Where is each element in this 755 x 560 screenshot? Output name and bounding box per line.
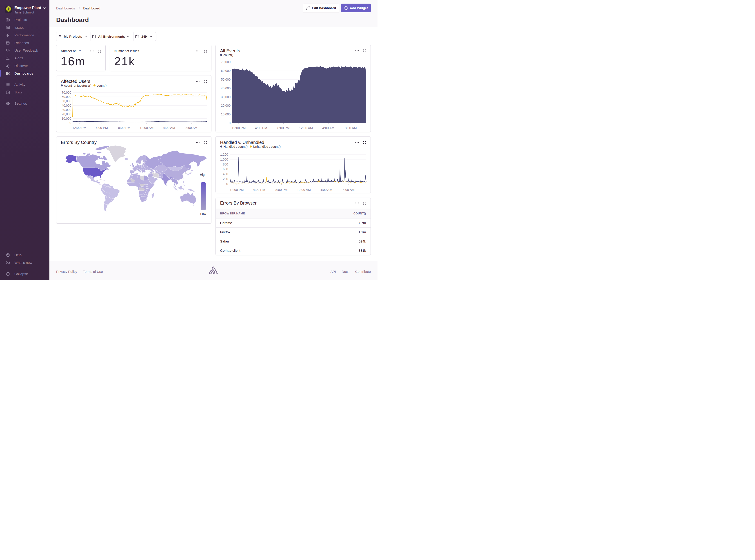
- svg-text:50,000: 50,000: [221, 78, 231, 81]
- svg-text:600: 600: [223, 167, 228, 171]
- svg-text:8:00 PM: 8:00 PM: [118, 126, 130, 129]
- svg-text:4:00 AM: 4:00 AM: [320, 188, 332, 191]
- svg-text:12:00 PM: 12:00 PM: [72, 126, 86, 129]
- svg-text:8:00 AM: 8:00 AM: [343, 188, 354, 191]
- svg-text:20,000: 20,000: [62, 112, 71, 116]
- svg-text:8:00 PM: 8:00 PM: [277, 126, 289, 129]
- svg-text:30,000: 30,000: [62, 108, 71, 112]
- svg-text:12:00 AM: 12:00 AM: [297, 188, 311, 191]
- svg-text:10,000: 10,000: [221, 113, 231, 116]
- svg-text:4:00 AM: 4:00 AM: [322, 126, 334, 129]
- svg-text:12:00 PM: 12:00 PM: [231, 126, 245, 129]
- svg-text:40,000: 40,000: [221, 86, 231, 90]
- svg-text:0: 0: [229, 121, 231, 125]
- svg-text:4:00 PM: 4:00 PM: [253, 188, 265, 191]
- svg-text:200: 200: [223, 177, 228, 181]
- svg-text:60,000: 60,000: [62, 95, 71, 99]
- svg-text:60,000: 60,000: [221, 69, 231, 73]
- svg-text:4:00 PM: 4:00 PM: [96, 126, 108, 129]
- svg-text:20,000: 20,000: [221, 104, 231, 107]
- svg-text:10,000: 10,000: [62, 117, 71, 120]
- svg-text:0: 0: [70, 121, 71, 125]
- svg-text:30,000: 30,000: [221, 95, 231, 99]
- svg-text:400: 400: [223, 172, 228, 176]
- svg-text:50,000: 50,000: [62, 99, 71, 103]
- svg-text:40,000: 40,000: [62, 103, 71, 107]
- svg-text:12:00 PM: 12:00 PM: [230, 188, 244, 191]
- svg-text:8:00 PM: 8:00 PM: [275, 188, 287, 191]
- svg-text:0: 0: [226, 182, 228, 186]
- svg-text:1,200: 1,200: [220, 153, 228, 156]
- svg-text:70,000: 70,000: [62, 91, 71, 94]
- svg-text:8:00 AM: 8:00 AM: [186, 126, 197, 129]
- svg-text:12:00 AM: 12:00 AM: [299, 126, 313, 129]
- svg-text:4:00 PM: 4:00 PM: [255, 126, 267, 129]
- svg-text:4:00 AM: 4:00 AM: [163, 126, 175, 129]
- svg-text:70,000: 70,000: [221, 60, 231, 64]
- svg-text:8:00 AM: 8:00 AM: [345, 126, 356, 129]
- svg-text:12:00 AM: 12:00 AM: [140, 126, 153, 129]
- svg-text:1,000: 1,000: [220, 157, 228, 161]
- svg-text:800: 800: [223, 162, 228, 166]
